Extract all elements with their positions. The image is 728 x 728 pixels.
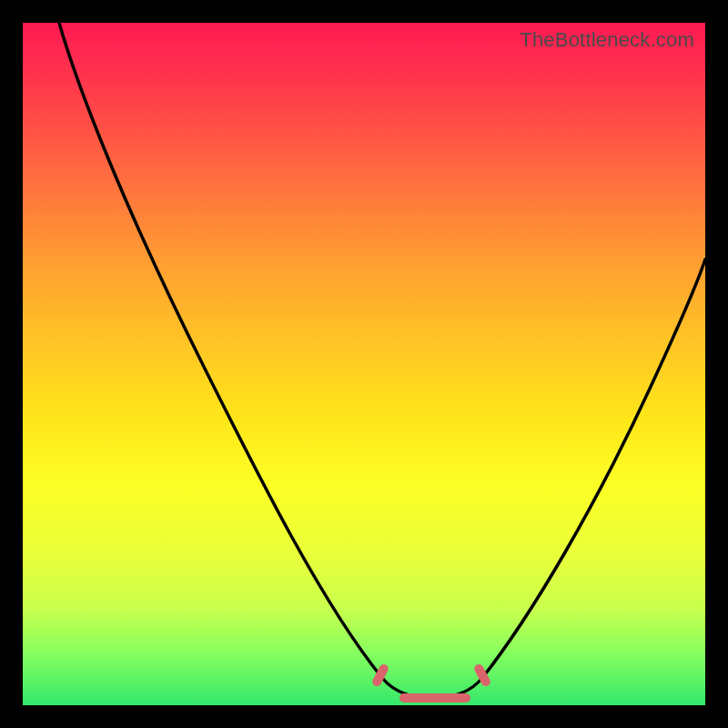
chart-frame: TheBottleneck.com [0, 0, 728, 728]
curve-left-descent [59, 23, 382, 678]
highlight-flat [399, 693, 470, 703]
plot-area: TheBottleneck.com [23, 23, 705, 705]
bottleneck-curve [23, 23, 705, 705]
curve-right-ascent [482, 259, 705, 678]
